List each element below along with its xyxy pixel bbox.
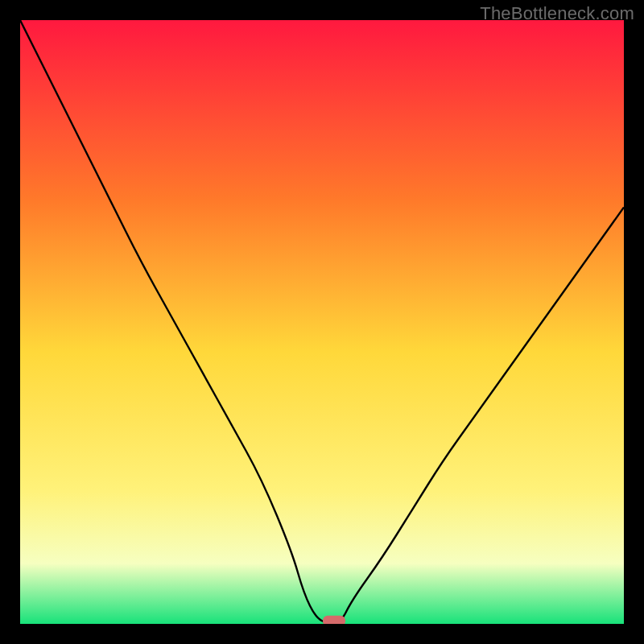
bottleneck-chart [20,20,624,624]
optimal-marker [323,616,345,624]
chart-frame: TheBottleneck.com [0,0,644,644]
plot-area [20,20,624,624]
gradient-background [20,20,624,624]
